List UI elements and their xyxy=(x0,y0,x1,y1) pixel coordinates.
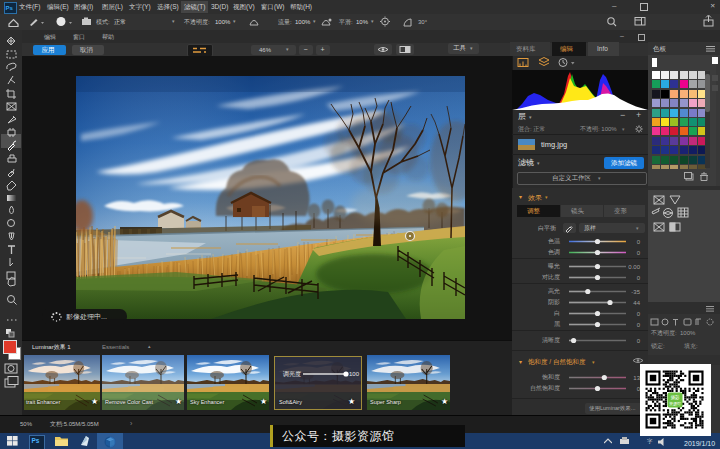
svg-text:资源馆: 资源馆 xyxy=(669,401,681,406)
svg-text:摄影: 摄影 xyxy=(670,394,680,400)
